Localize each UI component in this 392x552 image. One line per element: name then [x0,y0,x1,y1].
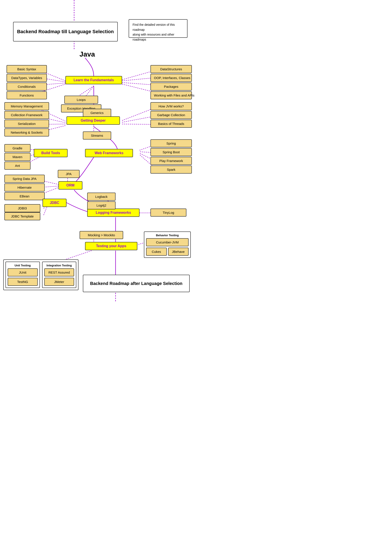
networking-box: Networking & Sockets [4,128,49,137]
unit-integration-group: Unit Testing JUnit TestNG Integration Te… [3,259,78,290]
datastructures-box: DataStructures [150,65,192,73]
unit-testing-label: Unit Testing [8,264,38,267]
gradle-box: Gradle [4,144,30,152]
jmeter-box: JMeter [44,278,74,286]
svg-line-10 [78,86,94,96]
orm-node: ORM [58,181,82,189]
spark-box: Spark [150,166,192,174]
tinylog-box: TinyLog [150,209,186,217]
rest-assured-box: REST Assured [44,268,74,276]
jdbi3-box: JDBI3 [4,204,40,212]
oop-box: OOP, Interfaces, Classes [150,74,192,82]
logging-frameworks-node: Logging Frameworks [87,209,140,217]
info-text: Find the detailed version of this roadma… [133,23,175,41]
basic-syntax-box: Basic Syntax [7,65,47,73]
collection-framework-box: Collection Framework [4,111,49,119]
main-title: Backend Roadmap till Language Selection [17,29,114,35]
behavior-testing-label: Behavior Testing [146,234,189,237]
cucumber-jvm-box: Cucumber-JVM [146,238,189,246]
log4j2-box: Log4j2 [87,201,116,209]
hibernate-box: Hibernate [4,183,45,191]
maven-box: Maven [4,153,30,161]
mocking-box: Mocking > Mockito [80,231,123,239]
java-title: Java [74,50,100,58]
jdbc-node: JDBC [42,199,66,207]
functions-box: Functions [7,91,47,99]
generics-box: Generics [83,109,111,117]
ant-box: Ant [4,162,30,170]
after-title: Backend Roadmap after Language Selection [90,281,182,286]
play-framework-box: Play Framework [150,157,192,165]
logback-box: Logback [87,193,116,201]
spring-box: Spring [150,139,192,147]
spring-boot-box: Spring Boot [150,148,192,156]
memory-management-box: Memory Management [4,102,49,110]
testng-box: TestNG [8,278,38,286]
jpa-box: JPA [58,170,80,178]
integration-testing-label: Integration Testing [44,264,74,267]
garbage-collection-box: Garbage Collection [150,111,192,119]
jbehave-box: JBehave [168,248,189,256]
datatypes-box: DataTypes, Variables [7,74,47,82]
streams-box: Streams [83,131,111,139]
main-title-box: Backend Roadmap till Language Selection [13,22,118,42]
build-tools-node: Build Tools [34,149,68,157]
basics-threads-box: Basics of Threads [150,120,192,128]
cukes-box: Cukes [146,248,167,256]
jdbc-template-box: JDBC Template [4,212,40,220]
fundamentals-node: Learn the Fundamentals [65,76,122,84]
testing-node: Testing your Apps [85,242,137,250]
getting-deeper-node: Getting Deeper [66,116,120,125]
serialization-box: Serialization [4,120,49,128]
web-frameworks-node: Web Frameworks [85,149,133,157]
conditionals-box: Conditionals [7,83,47,91]
after-title-box: Backend Roadmap after Language Selection [83,275,190,292]
spring-data-jpa-box: Spring Data JPA [4,175,45,183]
ebean-box: EBean [4,192,45,200]
info-box: Find the detailed version of this roadma… [129,19,188,38]
loops-box: Loops [64,96,98,104]
behavior-testing-group: Behavior Testing Cucumber-JVM Cukes JBeh… [144,232,191,258]
how-jvm-box: How JVM works? [150,102,192,110]
junit-box: JUnit [8,268,38,276]
packages-box: Packages [150,83,192,91]
working-files-box: Working with Files and APIs [150,91,192,99]
